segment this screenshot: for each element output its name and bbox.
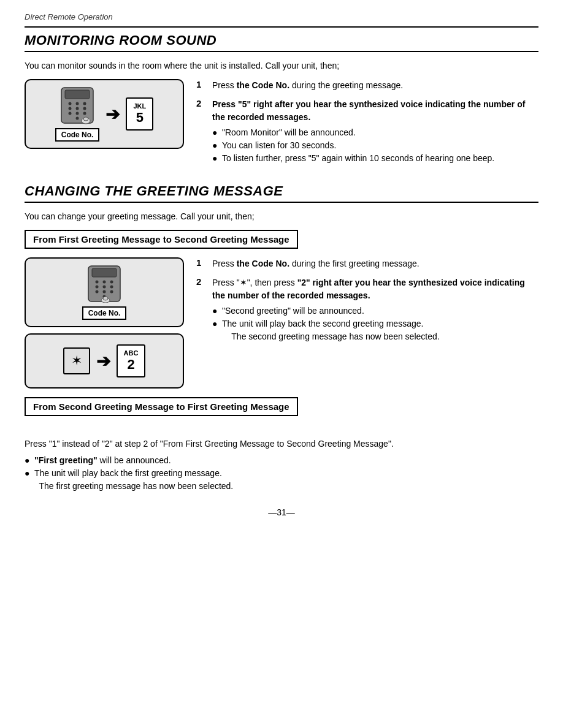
code-no-label-monitor: Code No. — [55, 128, 100, 142]
monitoring-diagram: Code No. ➔ JKL 5 — [25, 79, 184, 149]
greeting-diagrams: Code No. ✶ ➔ ABC 2 — [25, 257, 184, 389]
monitoring-intro: You can monitor sounds in the room where… — [25, 61, 538, 70]
svg-point-6 — [76, 107, 79, 110]
bullet-playback-second: The unit will play back the second greet… — [212, 317, 538, 343]
svg-rect-15 — [92, 268, 117, 277]
star-key: ✶ — [63, 347, 90, 374]
svg-point-27 — [103, 297, 108, 300]
greeting-instructions: 1 Press the Code No. during the first gr… — [196, 257, 538, 349]
bottom-section: Press "1" instead of "2" at step 2 of "F… — [25, 437, 538, 493]
greeting-section: CHANGING THE GREETING MESSAGE You can ch… — [25, 183, 538, 493]
monitoring-section: MONITORING ROOM SOUND You can monitor so… — [25, 32, 538, 171]
monitoring-instructions: 1 Press the Code No. during the greeting… — [196, 79, 538, 171]
bullet-listen-further: To listen further, press "5" again withi… — [212, 152, 538, 165]
svg-point-20 — [102, 286, 105, 289]
keypad-icon-greeting — [87, 265, 121, 303]
greeting-step1: 1 Press the Code No. during the first gr… — [196, 257, 538, 270]
svg-point-24 — [110, 290, 113, 294]
bullet-second-greeting: "Second greeting" will be announced. — [212, 305, 538, 317]
greeting-intro: You can change your greeting message. Ca… — [25, 211, 538, 221]
svg-point-16 — [95, 281, 98, 284]
page-number: —31— — [25, 507, 538, 517]
svg-point-21 — [110, 286, 113, 289]
svg-point-9 — [76, 112, 79, 115]
abc2-key: ABC 2 — [117, 344, 146, 377]
monitoring-title: MONITORING ROOM SOUND — [25, 32, 538, 48]
arrow-icon2: ➔ — [96, 351, 110, 371]
code-no-label-greeting1: Code No. — [82, 306, 127, 320]
svg-point-10 — [83, 112, 86, 115]
svg-point-3 — [76, 102, 79, 105]
svg-point-5 — [69, 107, 72, 110]
svg-point-8 — [69, 112, 72, 115]
bullet-first-greeting: "First greeting" will be announced. — [25, 454, 538, 467]
monitor-step2: 2 Press "5" right after you hear the syn… — [196, 98, 538, 165]
arrow-icon: ➔ — [105, 104, 120, 124]
bullet-room-monitor: "Room Monitor" will be announced. — [212, 126, 538, 139]
page-header: Direct Remote Operation — [25, 12, 538, 21]
svg-point-2 — [69, 102, 72, 105]
bullet-listen-30: You can listen for 30 seconds. — [212, 139, 538, 152]
greeting-subsection1-header: From First Greeting Message to Second Gr… — [25, 230, 298, 249]
greeting-layout: Code No. ✶ ➔ ABC 2 1 Press the Code No. … — [25, 257, 538, 389]
greeting-title: CHANGING THE GREETING MESSAGE — [25, 183, 538, 199]
svg-point-13 — [83, 117, 88, 121]
greeting-subsection2-header: From Second Greeting Message to First Gr… — [25, 397, 298, 416]
monitor-step1: 1 Press the Code No. during the greeting… — [196, 79, 538, 92]
phone-keypad-icon — [60, 86, 94, 124]
svg-point-11 — [76, 117, 79, 120]
bullet-playback-first: The unit will play back the first greeti… — [25, 467, 538, 493]
svg-point-4 — [83, 102, 86, 105]
jkl5-key: JKL 5 — [126, 97, 153, 131]
monitoring-layout: Code No. ➔ JKL 5 1 Press the Code No. du… — [25, 79, 538, 171]
svg-point-18 — [110, 281, 113, 284]
svg-point-22 — [95, 290, 98, 294]
svg-point-7 — [83, 107, 86, 110]
greeting-step2: 2 Press "✶", then press "2" right after … — [196, 276, 538, 343]
svg-point-23 — [102, 290, 105, 294]
svg-rect-1 — [65, 90, 90, 99]
svg-point-17 — [102, 281, 105, 284]
bottom-text: Press "1" instead of "2" at step 2 of "F… — [25, 437, 538, 450]
svg-point-19 — [95, 286, 98, 289]
greeting-diagram1: Code No. — [25, 257, 184, 327]
greeting-diagram2: ✶ ➔ ABC 2 — [25, 333, 184, 389]
